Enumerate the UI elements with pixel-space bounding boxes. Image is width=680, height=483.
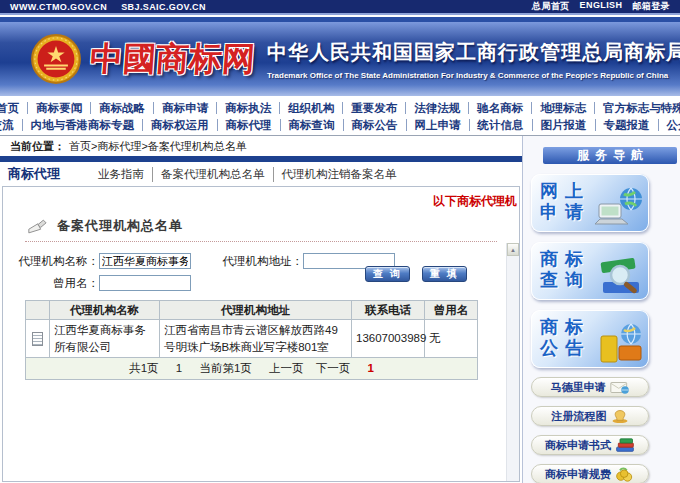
site-header: 中國商标网 中华人民共和国国家工商行政管理总局商标局 Trademark Off… bbox=[0, 22, 680, 96]
nav-item[interactable]: 专题报道 bbox=[596, 119, 659, 131]
button-label: 马德里申请 bbox=[551, 380, 606, 395]
nav-item[interactable]: 法律法规 bbox=[406, 102, 469, 114]
laptop-globe-icon bbox=[593, 186, 647, 230]
reset-button[interactable]: 重 填 bbox=[422, 266, 467, 282]
books-magnifier-icon bbox=[593, 254, 647, 298]
form-buttons: 查 询 重 填 bbox=[365, 266, 467, 282]
sidebar-button-application-forms[interactable]: 商标申请书式 bbox=[531, 435, 649, 455]
pagination: 共1页 1 当前第1页 上一页 下一页 1 bbox=[26, 358, 478, 380]
nav-item[interactable]: 商标查询 bbox=[281, 119, 344, 131]
former-name-input[interactable] bbox=[99, 275, 191, 291]
nav-item[interactable]: 公众留言 bbox=[659, 119, 680, 131]
nav-item-trademark-agency[interactable]: 商标代理 bbox=[218, 119, 281, 131]
agency-name-input[interactable] bbox=[99, 253, 191, 269]
dotted-divider bbox=[25, 241, 497, 242]
nav-item[interactable]: 网上申请 bbox=[407, 119, 470, 131]
subnav-link-agency-list[interactable]: 备案代理机构总名单 bbox=[153, 167, 274, 182]
ctmo-logo[interactable]: 中國商标网 bbox=[88, 37, 256, 82]
sub-nav: 商标代理 业务指南 备案代理机构总名单 代理机构注销备案名单 bbox=[0, 162, 522, 186]
col-agency-address: 代理机构地址 bbox=[160, 301, 352, 320]
search-button[interactable]: 查 询 bbox=[365, 266, 410, 282]
link-english[interactable]: ENGLISH bbox=[580, 0, 623, 13]
nav-item[interactable]: 驰名商标 bbox=[469, 102, 532, 114]
former-name-label: 曾用名： bbox=[3, 276, 99, 291]
books-globe-icon bbox=[593, 322, 647, 366]
nav-item[interactable]: 图片报道 bbox=[533, 119, 596, 131]
sidebar-card-online-application[interactable]: 网上 申请 bbox=[531, 174, 649, 232]
pagination-row: 共1页 1 当前第1页 上一页 下一页 1 bbox=[26, 358, 478, 380]
agency-table: 代理机构名称 代理机构地址 联系电话 曾用名 江西华夏商标事务所有限公司 江西省… bbox=[25, 300, 478, 380]
stamp-icon bbox=[27, 218, 47, 235]
cell-agency-address: 江西省南昌市青云谱区解放西路49号明珠广场B株商业写字楼801室 bbox=[160, 320, 352, 358]
breadcrumb: 当前位置： 首页>商标代理>备案代理机构总名单 bbox=[0, 136, 522, 156]
notice-marquee: 以下商标代理机 bbox=[3, 187, 519, 207]
current-page-label: 当前第1页 bbox=[199, 362, 251, 374]
sidebar-button-madrid-application[interactable]: 马德里申请 bbox=[531, 377, 649, 397]
button-label: 商标申请规费 bbox=[545, 467, 611, 482]
cell-former-name: 无 bbox=[425, 320, 478, 358]
nav-item[interactable]: 组织机构 bbox=[280, 102, 343, 114]
row-icon-cell bbox=[26, 320, 50, 358]
content-scrollbar[interactable]: ▲ bbox=[506, 243, 519, 481]
top-bar: WWW.CTMO.GOV.CN SBJ.SAIC.GOV.CN 总局首页 ENG… bbox=[0, 0, 680, 13]
col-phone: 联系电话 bbox=[352, 301, 425, 320]
books-stack-icon bbox=[615, 438, 635, 453]
section-title-row: 备案代理机构总名单 bbox=[27, 217, 519, 235]
button-label: 注册流程图 bbox=[552, 409, 607, 424]
sidebar-card-trademark-search[interactable]: 商标 查询 bbox=[531, 242, 649, 300]
subnav-link-deregistered-list[interactable]: 代理机构注销备案名单 bbox=[274, 167, 405, 182]
col-former-name: 曾用名 bbox=[425, 301, 478, 320]
prev-page-link[interactable]: 上一页 bbox=[269, 362, 304, 374]
breadcrumb-path[interactable]: 首页>商标代理>备案代理机构总名单 bbox=[69, 139, 247, 154]
nav-item[interactable]: 本站首页 bbox=[0, 102, 28, 114]
col-agency-name: 代理机构名称 bbox=[50, 301, 160, 320]
page-1-link[interactable]: 1 bbox=[367, 362, 373, 374]
scroll-up-arrow-icon[interactable]: ▲ bbox=[507, 243, 519, 256]
nav-item[interactable]: 地理标志 bbox=[532, 102, 595, 114]
nav-row-1: 本站首页 商标要闻 商标战略 商标申请 商标执法 组织机构 重要发布 法律法规 … bbox=[0, 99, 680, 116]
nav-item[interactable]: 商标公告 bbox=[344, 119, 407, 131]
sidebar-button-registration-flowchart[interactable]: 注册流程图 bbox=[531, 406, 649, 426]
envelope-icon bbox=[610, 380, 630, 395]
site-title-cn: 中华人民共和国国家工商行政管理总局商标局 bbox=[267, 39, 680, 66]
button-label: 商标申请书式 bbox=[545, 438, 611, 453]
cell-phone: 13607003989 bbox=[352, 320, 425, 358]
subnav-link-business-guide[interactable]: 业务指南 bbox=[90, 167, 153, 182]
nav-item[interactable]: 商标申请 bbox=[154, 102, 217, 114]
page-title: 备案代理机构总名单 bbox=[57, 217, 183, 235]
nav-item[interactable]: 商标要闻 bbox=[28, 102, 91, 114]
nav-item[interactable]: 统计信息 bbox=[470, 119, 533, 131]
nav-item[interactable]: 内地与香港商标专题 bbox=[23, 119, 144, 131]
next-page-link[interactable]: 下一页 bbox=[316, 362, 351, 374]
nav-row-2: 国际交流 内地与香港商标专题 商标权运用 商标代理 商标查询 商标公告 网上申请… bbox=[0, 116, 680, 133]
link-ctmo[interactable]: WWW.CTMO.GOV.CN bbox=[10, 2, 107, 12]
link-bureau-home[interactable]: 总局首页 bbox=[532, 0, 570, 13]
main-nav: 本站首页 商标要闻 商标战略 商标申请 商标执法 组织机构 重要发布 法律法规 … bbox=[0, 96, 680, 136]
page-total: 共1页 bbox=[129, 362, 158, 374]
nav-item[interactable]: 商标权运用 bbox=[143, 119, 218, 131]
nav-item[interactable]: 商标战略 bbox=[91, 102, 154, 114]
document-icon[interactable] bbox=[32, 332, 43, 346]
subnav-section-title: 商标代理 bbox=[0, 165, 90, 183]
site-title-en: Trademark Office of The State Administra… bbox=[267, 71, 680, 80]
top-bar-right: 总局首页 ENGLISH 邮箱登录 bbox=[532, 0, 670, 13]
cell-agency-name: 江西华夏商标事务所有限公司 bbox=[50, 320, 160, 358]
table-row: 江西华夏商标事务所有限公司 江西省南昌市青云谱区解放西路49号明珠广场B株商业写… bbox=[26, 320, 478, 358]
saic-emblem-icon bbox=[30, 33, 82, 85]
nav-item[interactable]: 国际交流 bbox=[0, 119, 23, 131]
stamp-icon bbox=[611, 409, 629, 424]
sidebar-card-trademark-gazette[interactable]: 商标 公告 bbox=[531, 310, 649, 368]
link-sbj-saic[interactable]: SBJ.SAIC.GOV.CN bbox=[121, 2, 206, 12]
sidebar-button-application-fees[interactable]: 商标申请规费 bbox=[531, 464, 649, 483]
main-content-column: 当前位置： 首页>商标代理>备案代理机构总名单 商标代理 业务指南 备案代理机构… bbox=[0, 136, 522, 483]
link-mail-login[interactable]: 邮箱登录 bbox=[632, 0, 670, 13]
nav-item[interactable]: 重要发布 bbox=[343, 102, 406, 114]
page-number[interactable]: 1 bbox=[176, 362, 182, 374]
agency-name-label: 代理机构名称： bbox=[3, 254, 99, 269]
content-panel: 以下商标代理机 备案代理机构总名单 代理机构名称： 代理机构地址： 曾用名： bbox=[2, 186, 520, 482]
service-nav-title: 服务导航 bbox=[543, 147, 677, 164]
top-bar-left: WWW.CTMO.GOV.CN SBJ.SAIC.GOV.CN bbox=[10, 2, 206, 12]
nav-item[interactable]: 官方标志与特殊标志 bbox=[595, 102, 680, 114]
search-form: 代理机构名称： 代理机构地址： 曾用名： 查 询 重 填 bbox=[3, 250, 519, 294]
nav-item[interactable]: 商标执法 bbox=[217, 102, 280, 114]
